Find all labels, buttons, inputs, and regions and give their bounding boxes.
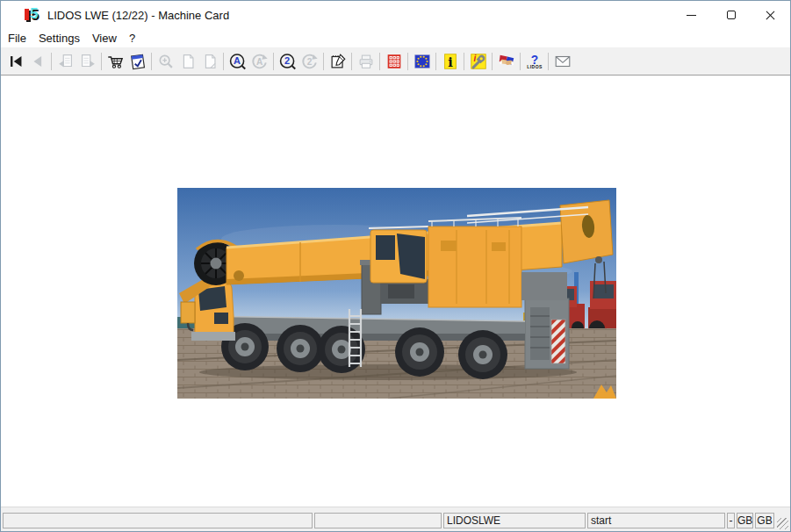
shopping-cart-icon bbox=[106, 52, 126, 71]
first-record-button[interactable] bbox=[5, 51, 25, 72]
first-record-icon bbox=[6, 52, 25, 71]
zoom-in-icon bbox=[156, 52, 176, 71]
toolbar-separator bbox=[273, 53, 274, 70]
app-icon: 5 bbox=[24, 7, 40, 23]
status-panel-state: start bbox=[587, 513, 725, 528]
previous-document-icon bbox=[56, 52, 76, 71]
zoom-letter-a-icon: A bbox=[228, 52, 248, 71]
eu-flag-icon bbox=[413, 52, 432, 71]
toolbar-separator bbox=[223, 53, 224, 70]
toolbar-separator bbox=[351, 53, 352, 70]
toolbar-separator bbox=[548, 53, 549, 70]
zoom-letter-a-button[interactable]: A bbox=[227, 51, 248, 72]
shopping-cart-button[interactable] bbox=[105, 51, 126, 72]
svg-text:A: A bbox=[255, 56, 262, 66]
status-panel-2 bbox=[314, 513, 442, 528]
info-button[interactable]: i bbox=[440, 51, 460, 72]
refresh-letter-a-button[interactable]: A bbox=[249, 51, 270, 72]
previous-document-button[interactable] bbox=[55, 51, 76, 72]
menubar: File Settings View ? bbox=[1, 29, 790, 47]
refresh-number-2-button[interactable]: 2 bbox=[299, 51, 320, 72]
app-icon-red-bar bbox=[25, 9, 29, 20]
app-window: 5 LIDOS LWE (12/22) - Machine Card File … bbox=[0, 0, 791, 532]
svg-text:i: i bbox=[448, 54, 453, 68]
menu-settings[interactable]: Settings bbox=[32, 30, 86, 47]
print-button[interactable] bbox=[356, 51, 376, 72]
toolbar-separator bbox=[323, 53, 324, 70]
close-button[interactable] bbox=[751, 1, 790, 29]
page-view-1-icon bbox=[178, 52, 198, 71]
toolbar-separator bbox=[101, 53, 102, 70]
status-panel-dash: - bbox=[727, 513, 735, 528]
edit-notepad-button[interactable] bbox=[327, 51, 348, 72]
mail-button[interactable] bbox=[552, 51, 572, 72]
service-wrench-button[interactable]: i bbox=[468, 51, 488, 72]
service-wrench-icon: i bbox=[469, 52, 488, 71]
previous-record-icon bbox=[28, 52, 47, 71]
handshake-partners-icon bbox=[497, 52, 516, 71]
lidos-help-button[interactable]: ? LIDOS bbox=[524, 51, 544, 72]
edit-notepad-icon bbox=[328, 52, 348, 71]
next-document-icon bbox=[78, 52, 97, 71]
machine-photo bbox=[177, 188, 616, 399]
svg-text:2: 2 bbox=[284, 55, 290, 66]
menu-view[interactable]: View bbox=[86, 30, 123, 47]
toolbar-separator bbox=[464, 53, 464, 70]
svg-text:LIDOS: LIDOS bbox=[527, 64, 543, 69]
minimize-icon bbox=[687, 15, 696, 16]
toolbar-separator bbox=[492, 53, 493, 70]
page-view-2-button[interactable] bbox=[199, 51, 219, 72]
handshake-partners-button[interactable] bbox=[496, 51, 516, 72]
toolbar-separator bbox=[520, 53, 521, 70]
titlebar: 5 LIDOS LWE (12/22) - Machine Card bbox=[1, 1, 790, 29]
status-panel-app: LIDOSLWE bbox=[443, 513, 586, 528]
eu-flag-button[interactable] bbox=[412, 51, 432, 72]
print-icon bbox=[356, 52, 376, 71]
refresh-number-2-icon: 2 bbox=[300, 52, 320, 71]
refresh-letter-a-icon: A bbox=[250, 52, 270, 71]
red-keypad-icon bbox=[385, 52, 404, 71]
client-area bbox=[1, 75, 790, 507]
status-panel-lang-2: GB bbox=[755, 513, 774, 528]
minimize-button[interactable] bbox=[672, 1, 711, 29]
menu-help[interactable]: ? bbox=[123, 30, 141, 47]
svg-text:i: i bbox=[473, 54, 476, 63]
order-checklist-button[interactable] bbox=[127, 51, 147, 72]
zoom-number-2-icon: 2 bbox=[278, 52, 298, 71]
page-view-2-icon bbox=[200, 52, 219, 71]
status-panel-lang-1: GB bbox=[737, 513, 753, 528]
maximize-button[interactable] bbox=[711, 1, 751, 29]
next-document-button[interactable] bbox=[77, 51, 97, 72]
toolbar-separator bbox=[379, 53, 380, 70]
red-keypad-button[interactable] bbox=[384, 51, 404, 72]
lidos-help-icon: ? LIDOS bbox=[525, 52, 544, 71]
info-icon: i bbox=[441, 52, 460, 71]
status-panel-1 bbox=[3, 513, 313, 528]
svg-text:A: A bbox=[234, 55, 241, 66]
toolbar-separator bbox=[435, 53, 436, 70]
zoom-in-button[interactable] bbox=[155, 51, 176, 72]
resize-grip[interactable] bbox=[777, 518, 788, 529]
window-title: LIDOS LWE (12/22) - Machine Card bbox=[47, 9, 229, 22]
menu-file[interactable]: File bbox=[2, 30, 32, 47]
previous-record-button[interactable] bbox=[27, 51, 47, 72]
toolbar-separator bbox=[407, 53, 408, 70]
mail-icon bbox=[553, 52, 572, 71]
zoom-number-2-button[interactable]: 2 bbox=[277, 51, 298, 72]
app-icon-five-glyph: 5 bbox=[30, 5, 38, 23]
toolbar-separator bbox=[151, 53, 152, 70]
page-view-1-button[interactable] bbox=[177, 51, 198, 72]
toolbar: A A 2 2 bbox=[1, 47, 790, 75]
close-icon bbox=[765, 10, 776, 21]
svg-text:2: 2 bbox=[306, 56, 312, 66]
statusbar: LIDOSLWE start - GB GB bbox=[1, 510, 790, 531]
order-checklist-icon bbox=[128, 52, 147, 71]
maximize-icon bbox=[727, 11, 736, 19]
toolbar-separator bbox=[51, 53, 52, 70]
